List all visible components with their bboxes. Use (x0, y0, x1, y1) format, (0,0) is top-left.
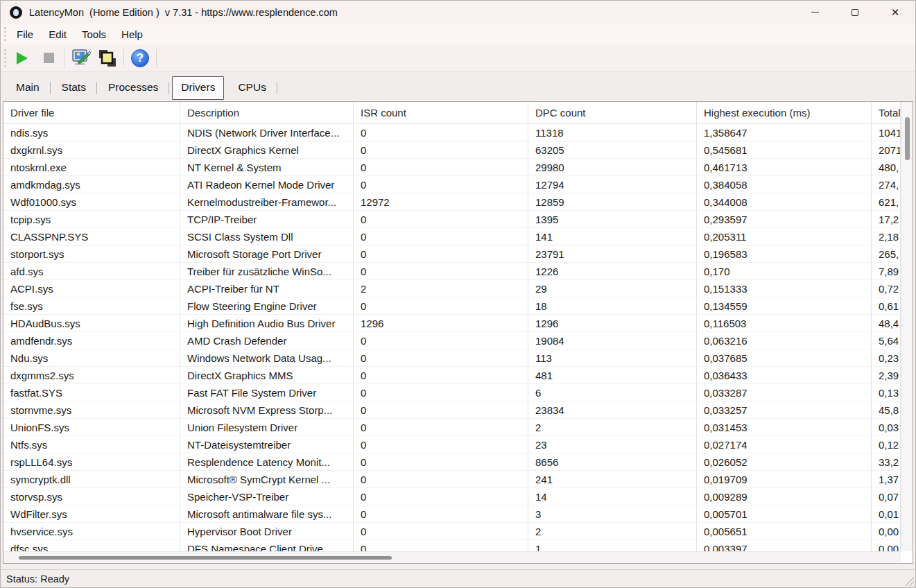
table-row[interactable]: Ntfs.sysNT-Dateisystemtreiber0230,027174… (3, 436, 901, 453)
table-cell: amdkmdag.sys (3, 176, 180, 193)
table-row[interactable]: symcryptk.dllMicrosoft® SymCrypt Kernel … (3, 471, 901, 488)
toolbar-separator (64, 49, 65, 67)
table-row[interactable]: Wdf01000.sysKernelmodustreiber-Framewor.… (3, 193, 901, 211)
processes-button[interactable] (94, 47, 121, 69)
table-row[interactable]: dxgkrnl.sysDirectX Graphics Kernel063205… (3, 141, 901, 159)
table-row[interactable]: UnionFS.sysUnion Filesystem Driver020,03… (3, 419, 901, 436)
monitor-tool-icon (71, 49, 92, 68)
close-button[interactable]: ✕ (875, 1, 915, 24)
options-button[interactable] (68, 47, 94, 69)
table-cell: 481 (528, 367, 697, 383)
horizontal-scrollbar-thumb[interactable] (19, 556, 392, 560)
table-cell: 0,170 (697, 263, 872, 279)
table-row[interactable]: CLASSPNP.SYSSCSI Class System Dll01410,2… (3, 228, 901, 245)
tab-cpus[interactable]: CPUs (227, 76, 277, 100)
table-cell: 12859 (528, 193, 697, 210)
resize-grip-icon[interactable] (905, 577, 914, 586)
toolbar-separator (123, 49, 124, 67)
table-cell: 12972 (354, 193, 528, 210)
maximize-button[interactable] (835, 1, 875, 24)
table-row[interactable]: tcpip.sysTCP/IP-Treiber013950,29359717,2 (3, 211, 901, 228)
menu-bar: FileEditToolsHelp (1, 24, 915, 44)
table-cell: Wdf01000.sys (3, 193, 180, 210)
table-cell: 33,2 (872, 453, 901, 470)
table-cell: High Definition Audio Bus Driver (180, 315, 354, 331)
table-row[interactable]: Ndu.sysWindows Network Data Usag...01130… (3, 349, 901, 367)
tab-main[interactable]: Main (5, 76, 51, 100)
table-cell: storvsp.sys (3, 488, 180, 505)
table-row[interactable]: afd.sysTreiber für zusätzliche WinSo...0… (3, 263, 901, 280)
toolbar-separator (156, 49, 157, 67)
column-header[interactable]: Highest execution (ms) (697, 102, 872, 123)
help-button[interactable]: ? (127, 47, 153, 69)
table-cell: 0,61 (872, 297, 901, 314)
table-cell: 2 (528, 419, 697, 435)
column-header[interactable]: Description (180, 102, 354, 123)
table-row[interactable]: fastfat.SYSFast FAT File System Driver06… (3, 384, 901, 401)
table-cell: Hypervisor Boot Driver (180, 523, 354, 539)
table-row[interactable]: amdkmdag.sysATI Radeon Kernel Mode Drive… (3, 176, 901, 193)
table-row[interactable]: storport.sysMicrosoft Storage Port Drive… (3, 245, 901, 263)
table-row[interactable]: hvservice.sysHypervisor Boot Driver020,0… (3, 523, 901, 540)
table-row[interactable]: stornvme.sysMicrosoft NVM Express Storp.… (3, 401, 901, 419)
title-bar[interactable]: LatencyMon (Home Edition ) v 7.31 - http… (1, 1, 915, 24)
table-cell: DirectX Graphics Kernel (180, 141, 354, 158)
column-header[interactable]: Total (872, 102, 901, 123)
table-cell: ACPI.sys (3, 280, 180, 297)
table-cell: WdFilter.sys (3, 505, 180, 522)
menu-item-help[interactable]: Help (114, 26, 150, 43)
menu-item-edit[interactable]: Edit (41, 26, 74, 43)
menu-item-tools[interactable]: Tools (74, 26, 114, 43)
table-row[interactable]: WdFilter.sysMicrosoft antimalware file s… (3, 505, 901, 523)
table-cell: 0 (354, 159, 528, 175)
tab-stats[interactable]: Stats (51, 76, 97, 100)
table-cell: 0 (354, 367, 528, 383)
window-controls: ✕ (795, 1, 915, 24)
minimize-icon (811, 12, 819, 12)
table-row[interactable]: amdfendr.sysAMD Crash Defender0190840,06… (3, 332, 901, 349)
menu-grip[interactable] (4, 27, 6, 41)
table-cell: NT-Dateisystemtreiber (180, 436, 354, 453)
table-cell: 17,2 (872, 211, 901, 227)
table-cell: 0 (354, 176, 528, 193)
column-header[interactable]: DPC count (528, 102, 697, 123)
column-header[interactable]: Driver file (3, 102, 180, 123)
driver-table-body: ndis.sysNDIS (Network Driver Interface..… (3, 124, 901, 557)
table-row[interactable]: HDAudBus.sysHigh Definition Audio Bus Dr… (3, 315, 901, 332)
table-cell: 48,4 (872, 315, 901, 331)
table-cell: storport.sys (3, 245, 180, 262)
table-row[interactable]: ACPI.sysACPI-Treiber für NT2290,1513330,… (3, 280, 901, 297)
table-cell: 0,72 (872, 280, 901, 297)
table-cell: DirectX Graphics MMS (180, 367, 354, 383)
minimize-button[interactable] (795, 1, 835, 24)
table-cell: 0 (354, 436, 528, 453)
table-cell: 0 (354, 245, 528, 262)
horizontal-scrollbar[interactable] (3, 551, 901, 563)
start-monitor-button[interactable] (9, 47, 35, 69)
table-row[interactable]: ntoskrnl.exeNT Kernel & System0299800,46… (3, 159, 901, 176)
table-cell: Ntfs.sys (3, 436, 180, 453)
table-row[interactable]: rspLLL64.sysResplendence Latency Monit..… (3, 453, 901, 471)
table-cell: 621, (872, 193, 901, 210)
toolbar-grip[interactable] (4, 49, 6, 67)
table-row[interactable]: dxgmms2.sysDirectX Graphics MMS04810,036… (3, 367, 901, 384)
table-cell: 0,00 (872, 523, 901, 539)
table-row[interactable]: storvsp.sysSpeicher-VSP-Treiber0140,0092… (3, 488, 901, 505)
table-row[interactable]: ndis.sysNDIS (Network Driver Interface..… (3, 124, 901, 141)
table-cell: Flow Steering Engine Driver (180, 297, 354, 314)
status-text: Status: Ready (6, 573, 69, 585)
table-cell: 1296 (528, 315, 697, 331)
table-cell: tcpip.sys (3, 211, 180, 227)
tab-processes[interactable]: Processes (97, 76, 169, 100)
table-cell: 274, (872, 176, 901, 193)
column-header[interactable]: ISR count (354, 102, 528, 123)
vertical-scrollbar[interactable] (901, 102, 913, 551)
tab-drivers[interactable]: Drivers (172, 76, 224, 100)
table-cell: 1,358647 (697, 124, 872, 141)
stop-monitor-button[interactable] (35, 47, 62, 69)
menu-item-file[interactable]: File (9, 26, 41, 43)
table-cell: Treiber für zusätzliche WinSo... (180, 263, 354, 279)
vertical-scrollbar-thumb[interactable] (905, 117, 910, 160)
table-row[interactable]: fse.sysFlow Steering Engine Driver0180,1… (3, 297, 901, 315)
table-cell: NT Kernel & System (180, 159, 354, 175)
